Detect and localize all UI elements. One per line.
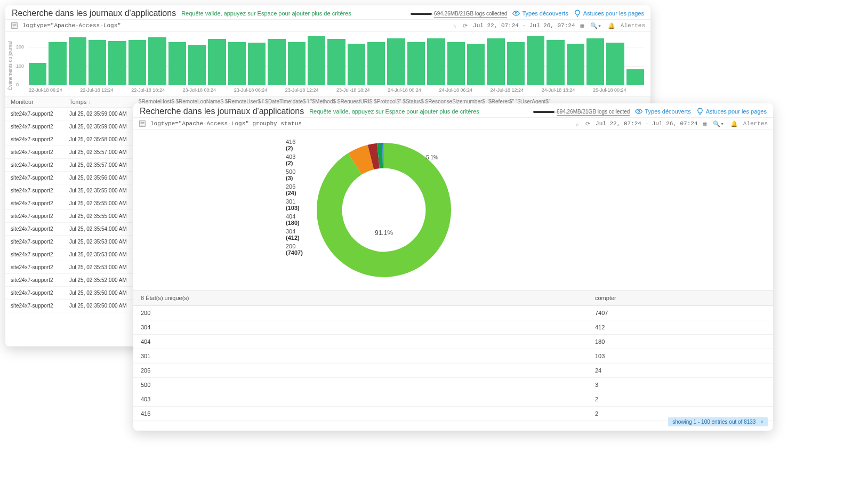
col-status[interactable]: 8 État(s) unique(s) (141, 295, 595, 301)
col-monitor[interactable]: Moniteur (11, 99, 69, 105)
bar[interactable] (148, 37, 166, 85)
bar[interactable] (228, 42, 246, 85)
bar[interactable] (268, 39, 285, 85)
query-hint: Requête valide, appuyez sur Espace pour … (181, 10, 351, 17)
query-tools: ☆ ⟳ Jul 22, 07:24 - Jul 26, 07:24 ▦ 🔍▾ 🔔… (574, 120, 768, 127)
bar[interactable] (288, 42, 306, 85)
calendar-icon[interactable]: ▦ (580, 22, 585, 29)
bar[interactable] (367, 42, 385, 85)
logs-collected: 694.26MB/21GB logs collected (411, 10, 507, 17)
bar[interactable] (567, 44, 584, 85)
bar[interactable] (447, 42, 465, 85)
table-row[interactable]: 20624 (133, 363, 773, 378)
bar[interactable] (208, 39, 226, 85)
table-row[interactable]: 4032 (133, 392, 773, 407)
col-time[interactable]: Temps ↓ (69, 99, 139, 105)
table-header: 8 État(s) unique(s) compter (133, 290, 773, 306)
bar[interactable] (407, 42, 425, 85)
donut-label-small: 5.1% (426, 155, 438, 160)
bar[interactable] (387, 38, 405, 85)
bar[interactable] (606, 43, 624, 85)
query-bar: ☆ ⟳ Jul 22, 07:24 - Jul 26, 07:24 ▦ 🔍▾ 🔔… (133, 118, 773, 130)
svg-point-0 (516, 12, 518, 14)
bar[interactable] (348, 44, 365, 85)
bar[interactable] (527, 36, 544, 85)
query-bar: ☆ ⟳ Jul 22, 07:24 - Jul 26, 07:24 ▦ 🔍▾ 🔔… (5, 20, 650, 32)
refresh-icon[interactable]: ⟳ (584, 120, 591, 127)
lightbulb-icon (574, 10, 581, 17)
bar[interactable] (29, 63, 46, 85)
star-icon[interactable]: ☆ (452, 22, 457, 29)
table-row[interactable]: 404180 (133, 335, 773, 349)
bar[interactable] (188, 45, 206, 85)
eye-icon (512, 10, 520, 17)
alerts-label[interactable]: Alertes (621, 22, 645, 29)
discovered-types-link[interactable]: Types découverts (635, 108, 690, 115)
page-title: Recherche dans les journaux d'applicatio… (12, 9, 176, 18)
eye-icon (635, 108, 642, 115)
bar[interactable] (49, 42, 66, 85)
query-tools: ☆ ⟳ Jul 22, 07:24 - Jul 26, 07:24 ▦ 🔍▾ 🔔… (452, 22, 645, 29)
tips-link[interactable]: Astuces pour les pages (696, 108, 767, 115)
query-input[interactable] (150, 120, 570, 127)
bar[interactable] (108, 41, 126, 85)
col-count[interactable]: compter (595, 295, 766, 301)
bar[interactable] (308, 36, 325, 85)
donut-chart: 91.1% 5.1% (309, 135, 459, 285)
bell-icon[interactable]: 🔔 (729, 120, 739, 127)
bell-icon[interactable]: 🔔 (607, 22, 616, 29)
logs-icon (139, 120, 146, 127)
logs-icon (11, 22, 18, 29)
header: Recherche dans les journaux d'applicatio… (133, 103, 773, 118)
calendar-icon[interactable]: ▦ (702, 120, 708, 127)
date-range[interactable]: Jul 22, 07:24 - Jul 26, 07:24 (473, 22, 575, 29)
alerts-label[interactable]: Alertes (743, 120, 768, 127)
query-input[interactable] (22, 22, 447, 29)
bar-chart: 0100200 22-Jul-18 06:2422-Jul-18 12:2422… (13, 36, 644, 95)
tips-link[interactable]: Astuces pour les pages (574, 10, 644, 17)
bar[interactable] (467, 44, 485, 85)
star-icon[interactable]: ☆ (574, 120, 580, 127)
table-row[interactable]: 301103 (133, 349, 773, 363)
bar[interactable] (248, 43, 266, 85)
date-range[interactable]: Jul 22, 07:24 - Jul 26, 07:24 (596, 120, 697, 127)
page-title: Recherche dans les journaux d'applicatio… (140, 107, 304, 116)
donut-legend: 416 (2)403 (2)500 (3)206 (24)301 (103)40… (144, 135, 283, 258)
donut-area: 416 (2)403 (2)500 (3)206 (24)301 (103)40… (133, 130, 773, 290)
bar[interactable] (168, 42, 186, 85)
donut-label-main: 91.1% (375, 229, 393, 237)
sort-desc-icon: ↓ (88, 99, 91, 105)
svg-point-5 (638, 110, 640, 112)
table-row[interactable]: 5003 (133, 378, 773, 392)
logs-collected: 694.26MB/21GB logs collected (533, 108, 630, 115)
pagination-note: showing 1 - 100 entries out of 8133 × (668, 417, 768, 426)
search-dropdown-icon[interactable]: 🔍▾ (589, 22, 602, 29)
timeline-chart: Événements du journal 0100200 22-Jul-18 … (5, 32, 650, 96)
bar[interactable] (327, 39, 345, 85)
refresh-icon[interactable]: ⟳ (462, 22, 469, 29)
bar[interactable] (626, 69, 644, 85)
bar[interactable] (427, 38, 445, 85)
table-row[interactable]: 304412 (133, 320, 773, 335)
bar[interactable] (586, 38, 604, 85)
status-table: 8 État(s) unique(s) compter 200740730441… (133, 290, 773, 421)
close-icon[interactable]: × (760, 419, 763, 425)
bar[interactable] (546, 40, 564, 85)
lightbulb-icon (696, 108, 704, 115)
groupby-panel: Recherche dans les journaux d'applicatio… (133, 103, 773, 431)
y-axis-label: Événements du journal (7, 36, 13, 95)
search-dropdown-icon[interactable]: 🔍▾ (712, 120, 725, 127)
bar[interactable] (487, 38, 504, 85)
bar[interactable] (128, 40, 146, 85)
bar[interactable] (507, 42, 525, 85)
header: Recherche dans les journaux d'applicatio… (5, 5, 650, 20)
discovered-types-link[interactable]: Types découverts (512, 10, 568, 17)
bar[interactable] (69, 37, 86, 85)
table-row[interactable]: 2007407 (133, 306, 773, 320)
bar[interactable] (89, 40, 106, 85)
query-hint: Requête valide, appuyez sur Espace pour … (309, 108, 479, 115)
